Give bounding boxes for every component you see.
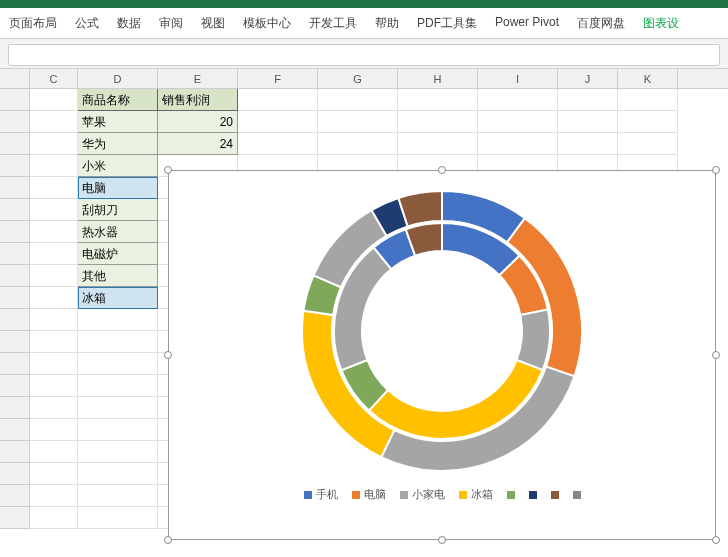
- row-header[interactable]: [0, 133, 30, 155]
- doughnut-chart[interactable]: [292, 181, 592, 481]
- cell[interactable]: [30, 441, 78, 463]
- cell[interactable]: [30, 155, 78, 177]
- row-header[interactable]: [0, 155, 30, 177]
- row-header[interactable]: [0, 353, 30, 375]
- cell[interactable]: [78, 485, 158, 507]
- ribbon-tab[interactable]: 模板中心: [234, 12, 300, 35]
- ribbon-tab[interactable]: 数据: [108, 12, 150, 35]
- cell[interactable]: [78, 507, 158, 529]
- cell[interactable]: [78, 419, 158, 441]
- cell[interactable]: [398, 133, 478, 155]
- row-header[interactable]: [0, 89, 30, 111]
- column-header[interactable]: C: [30, 69, 78, 88]
- ribbon-tab[interactable]: 帮助: [366, 12, 408, 35]
- cell[interactable]: [558, 133, 618, 155]
- row-header[interactable]: [0, 441, 30, 463]
- cell[interactable]: 冰箱: [78, 287, 158, 309]
- ribbon-tab[interactable]: PDF工具集: [408, 12, 486, 35]
- select-all-corner[interactable]: [0, 69, 30, 88]
- row-header[interactable]: [0, 243, 30, 265]
- cell[interactable]: [30, 331, 78, 353]
- cell[interactable]: [30, 243, 78, 265]
- column-header[interactable]: E: [158, 69, 238, 88]
- cell[interactable]: [78, 397, 158, 419]
- cell[interactable]: [30, 309, 78, 331]
- cell[interactable]: 热水器: [78, 221, 158, 243]
- cell[interactable]: [558, 89, 618, 111]
- cell[interactable]: [30, 397, 78, 419]
- row-header[interactable]: [0, 419, 30, 441]
- row-header[interactable]: [0, 177, 30, 199]
- cell[interactable]: [618, 133, 678, 155]
- cell[interactable]: [238, 133, 318, 155]
- cell[interactable]: [618, 89, 678, 111]
- ribbon-tab[interactable]: Power Pivot: [486, 12, 568, 35]
- row-header[interactable]: [0, 199, 30, 221]
- cell[interactable]: 24: [158, 133, 238, 155]
- cell[interactable]: [238, 89, 318, 111]
- cell[interactable]: [478, 89, 558, 111]
- row-header[interactable]: [0, 265, 30, 287]
- formula-input[interactable]: [9, 45, 719, 65]
- ribbon-tab[interactable]: 开发工具: [300, 12, 366, 35]
- cell[interactable]: 刮胡刀: [78, 199, 158, 221]
- cell[interactable]: [618, 111, 678, 133]
- column-header[interactable]: F: [238, 69, 318, 88]
- row-header[interactable]: [0, 111, 30, 133]
- cell[interactable]: [30, 133, 78, 155]
- cell[interactable]: [78, 375, 158, 397]
- cell[interactable]: [30, 485, 78, 507]
- column-header[interactable]: H: [398, 69, 478, 88]
- cell[interactable]: 20: [158, 111, 238, 133]
- resize-handle-tm[interactable]: [438, 166, 446, 174]
- cell[interactable]: 电磁炉: [78, 243, 158, 265]
- cell[interactable]: 其他: [78, 265, 158, 287]
- cell[interactable]: [30, 463, 78, 485]
- resize-handle-br[interactable]: [712, 536, 720, 544]
- resize-handle-tr[interactable]: [712, 166, 720, 174]
- cell[interactable]: 小米: [78, 155, 158, 177]
- cell[interactable]: 华为: [78, 133, 158, 155]
- cell[interactable]: [30, 199, 78, 221]
- cell[interactable]: [78, 463, 158, 485]
- column-header[interactable]: D: [78, 69, 158, 88]
- ribbon-tab[interactable]: 审阅: [150, 12, 192, 35]
- cell[interactable]: [30, 265, 78, 287]
- cell[interactable]: [478, 133, 558, 155]
- cell[interactable]: [78, 353, 158, 375]
- resize-handle-tl[interactable]: [164, 166, 172, 174]
- cell[interactable]: 商品名称: [78, 89, 158, 111]
- cell[interactable]: [30, 507, 78, 529]
- cell[interactable]: [478, 111, 558, 133]
- resize-handle-bm[interactable]: [438, 536, 446, 544]
- column-header[interactable]: J: [558, 69, 618, 88]
- resize-handle-bl[interactable]: [164, 536, 172, 544]
- cell[interactable]: [558, 111, 618, 133]
- resize-handle-ml[interactable]: [164, 351, 172, 359]
- column-header[interactable]: G: [318, 69, 398, 88]
- cell[interactable]: [30, 375, 78, 397]
- row-header[interactable]: [0, 287, 30, 309]
- row-header[interactable]: [0, 309, 30, 331]
- resize-handle-mr[interactable]: [712, 351, 720, 359]
- cell[interactable]: [30, 353, 78, 375]
- cell[interactable]: [30, 287, 78, 309]
- row-header[interactable]: [0, 331, 30, 353]
- row-header[interactable]: [0, 397, 30, 419]
- row-header[interactable]: [0, 507, 30, 529]
- cell[interactable]: [78, 441, 158, 463]
- cell[interactable]: [30, 89, 78, 111]
- cell[interactable]: 销售利润: [158, 89, 238, 111]
- cell[interactable]: [30, 419, 78, 441]
- cell[interactable]: [78, 309, 158, 331]
- row-header[interactable]: [0, 375, 30, 397]
- cell[interactable]: [30, 177, 78, 199]
- row-header[interactable]: [0, 463, 30, 485]
- ribbon-tab[interactable]: 页面布局: [0, 12, 66, 35]
- formula-bar[interactable]: [8, 44, 720, 66]
- row-header[interactable]: [0, 485, 30, 507]
- column-header[interactable]: K: [618, 69, 678, 88]
- cell[interactable]: [30, 221, 78, 243]
- column-header[interactable]: I: [478, 69, 558, 88]
- cell[interactable]: [398, 89, 478, 111]
